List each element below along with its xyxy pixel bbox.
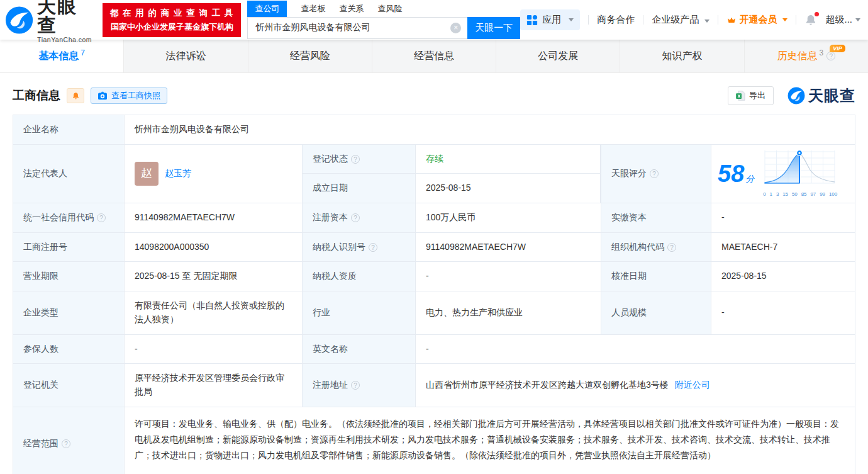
- nav-enterprise-products[interactable]: 企业级产品: [652, 14, 709, 26]
- open-vip-link[interactable]: 开通会员: [726, 14, 787, 26]
- credit-code-value: 91140982MAETAECH7W: [125, 203, 303, 232]
- export-button[interactable]: 导出: [728, 86, 774, 105]
- search-button[interactable]: 天眼一下: [467, 17, 520, 39]
- search-box: 查公司 查老板 查关系 查风险 × 天眼一下: [247, 1, 520, 39]
- tab-history-info[interactable]: VIP 历史信息 3: [745, 40, 868, 72]
- establish-date-label: 成立日期: [303, 174, 416, 203]
- label-text: 天眼评分: [611, 167, 647, 181]
- table-row: 法定代表人 赵 赵玉芳 登记状态 存续 成立日期 2025-08-15: [13, 145, 855, 203]
- business-scope-label: 经营范围: [13, 407, 125, 474]
- help-icon[interactable]: [97, 213, 106, 222]
- taxpayer-id-label: 纳税人识别号: [303, 233, 416, 262]
- avatar[interactable]: 赵: [135, 162, 159, 186]
- reg-authority-value: 原平经济技术开发区管理委员会行政审批局: [125, 364, 303, 406]
- approval-date-label: 核准日期: [601, 262, 711, 291]
- legal-rep-label: 法定代表人: [13, 145, 125, 203]
- reg-address-value: 山西省忻州市原平经济技术开发区跨越大道双创孵化基地3号楼: [426, 378, 669, 392]
- nearby-companies-link[interactable]: 附近公司: [675, 378, 710, 392]
- camera-icon: [97, 91, 108, 100]
- staff-size-value: -: [711, 291, 855, 334]
- label-text: 登记状态: [313, 152, 348, 166]
- help-icon[interactable]: [369, 243, 377, 252]
- nav-cooperation[interactable]: 商务合作: [597, 14, 635, 26]
- sub-row: 成立日期 2025-08-15: [303, 174, 601, 203]
- org-code-value: MAETAECH-7: [711, 233, 855, 262]
- label-text: 注册地址: [313, 378, 348, 392]
- table-row: 统一社会信用代码 91140982MAETAECH7W 注册资本 100万人民币…: [13, 203, 855, 233]
- search-input[interactable]: [247, 17, 467, 39]
- clear-search-icon[interactable]: ×: [450, 23, 461, 33]
- establish-date-value: 2025-08-15: [416, 174, 601, 203]
- help-icon[interactable]: [351, 155, 360, 164]
- industry-value: 电力、热力生产和供应业: [416, 291, 601, 334]
- help-icon[interactable]: [351, 381, 360, 390]
- help-icon[interactable]: [351, 213, 360, 222]
- taxpayer-id-value: 91140982MAETAECH7W: [416, 233, 601, 262]
- score-chart-ticks: 0131550859799100: [763, 191, 837, 198]
- search-tabs: 查公司 查老板 查关系 查风险: [247, 1, 520, 17]
- table-row: 企业类型 有限责任公司（非自然人投资或控股的法人独资） 行业 电力、热力生产和供…: [13, 291, 855, 334]
- status-date-subtable: 登记状态 存续 成立日期 2025-08-15: [303, 145, 601, 203]
- help-icon[interactable]: [826, 52, 835, 60]
- business-term-value: 2025-08-15 至 无固定期限: [125, 262, 303, 291]
- snapshot-label: 查看工商快照: [111, 90, 160, 101]
- reg-status-value: 存续: [416, 145, 601, 174]
- table-row: 工商注册号 14098200A000350 纳税人识别号 91140982MAE…: [13, 233, 855, 262]
- promo-line1: 都 在 用 的 商 业 查 询 工 具: [109, 8, 235, 19]
- apps-menu[interactable]: 应用: [520, 9, 580, 30]
- legal-rep-link[interactable]: 赵玉芳: [165, 167, 191, 181]
- english-name-value: -: [416, 335, 855, 364]
- taxpayer-quals-label: 纳税人资质: [303, 262, 416, 291]
- help-icon[interactable]: [650, 169, 659, 178]
- section-header: 工商信息 查看工商快照 导出: [13, 86, 855, 106]
- search-tab-risk[interactable]: 查风险: [377, 1, 402, 17]
- main-content: 工商信息 查看工商快照 导出: [0, 86, 868, 474]
- approval-date-value: 2025-08-15: [711, 262, 855, 291]
- chevron-down-icon: [782, 18, 787, 21]
- tab-operation-info[interactable]: 经营信息: [372, 40, 496, 72]
- sub-row: 登记状态 存续: [303, 145, 601, 174]
- section-title: 工商信息: [13, 87, 60, 104]
- paid-capital-value: -: [711, 203, 855, 232]
- tab-label: 基本信息: [38, 50, 79, 63]
- watermark-text: 天眼查: [808, 86, 855, 106]
- search-tab-company[interactable]: 查公司: [247, 1, 287, 17]
- tianyancha-swirl-icon: [787, 87, 805, 104]
- reg-address-cell: 山西省忻州市原平经济技术开发区跨越大道双创孵化基地3号楼 附近公司: [416, 364, 855, 406]
- insured-count-value: -: [125, 335, 303, 364]
- monitor-bell-button[interactable]: [67, 88, 84, 103]
- chevron-down-icon: [704, 20, 709, 23]
- search-tab-boss[interactable]: 查老板: [301, 1, 325, 17]
- reg-address-label: 注册地址: [303, 364, 416, 406]
- search-tab-relation[interactable]: 查关系: [339, 1, 364, 17]
- tab-basic-info[interactable]: 基本信息 7: [0, 40, 124, 72]
- apps-grid-icon: [526, 14, 538, 26]
- tab-count: 7: [81, 48, 85, 57]
- tab-intellectual-property[interactable]: 知识产权: [620, 40, 744, 72]
- industry-label: 行业: [303, 291, 416, 334]
- user-account-menu[interactable]: 超级...: [825, 14, 860, 26]
- reg-status-label: 登记状态: [303, 145, 416, 174]
- site-logo[interactable]: 天眼查 TianYanCha.com: [5, 0, 96, 43]
- divider: [718, 15, 718, 25]
- brand-name: 天眼查: [37, 0, 96, 35]
- business-snapshot-button[interactable]: 查看工商快照: [91, 87, 167, 104]
- divider: [643, 15, 643, 25]
- table-row: 参保人数 - 英文名称 -: [13, 335, 855, 364]
- label-text: 组织机构代码: [611, 240, 664, 254]
- tab-company-development[interactable]: 公司发展: [496, 40, 620, 72]
- tab-legal-litigation[interactable]: 法律诉讼: [124, 40, 248, 72]
- notification-bell[interactable]: [804, 14, 817, 26]
- top-nav: 应用 商务合作 企业级产品 开通会员 超级...: [520, 9, 860, 30]
- tab-label: 经营信息: [414, 50, 454, 63]
- help-icon[interactable]: [62, 439, 70, 448]
- help-icon[interactable]: [667, 243, 676, 252]
- score-cell: 58分: [711, 145, 855, 203]
- vip-badge: VIP: [830, 45, 845, 52]
- watermark-logo: 天眼查: [787, 86, 855, 106]
- tab-operation-risk[interactable]: 经营风险: [248, 40, 372, 72]
- crown-icon: [726, 15, 737, 25]
- user-name: 超级...: [825, 14, 852, 26]
- org-code-label: 组织机构代码: [601, 233, 711, 262]
- score-curve: [763, 149, 837, 186]
